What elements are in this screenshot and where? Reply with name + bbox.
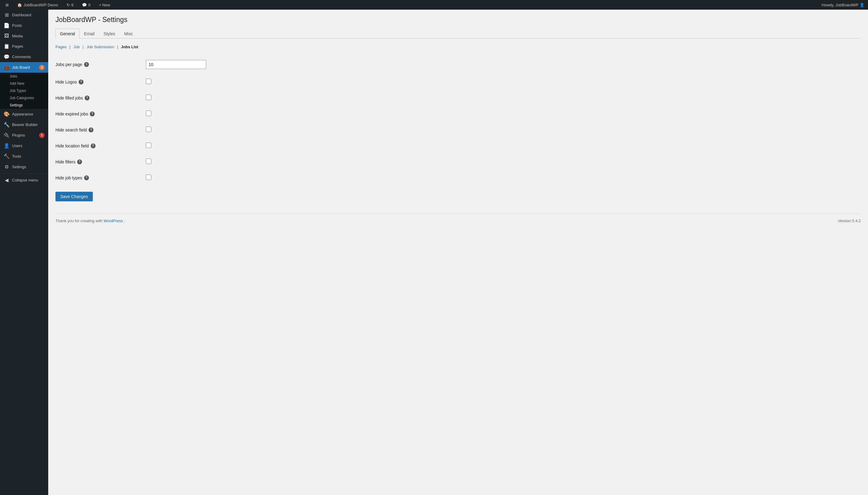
label-jobs-per-page: Jobs per page ? — [55, 62, 146, 67]
sidebar-item-tools[interactable]: 🔨 Tools — [0, 151, 48, 161]
plugins-icon: 🔌 — [4, 132, 10, 138]
help-jobs-per-page[interactable]: ? — [84, 62, 89, 67]
beaver-builder-icon: 🔧 — [4, 122, 10, 127]
page-title: JobBoardWP - Settings — [55, 16, 861, 24]
adminbar-updates[interactable]: ↻ 6 — [65, 0, 75, 10]
job-board-badge: 3 — [39, 65, 45, 70]
sidebar-item-plugins[interactable]: 🔌 Plugins 1 — [0, 130, 48, 140]
job-board-submenu: Jobs Add New Job Types Job Categories Se… — [0, 73, 48, 109]
admin-sidebar: ⊞ Dashboard 📄 Posts 🖼 Media 📋 Pages 💬 Co… — [0, 10, 48, 495]
sidebar-item-posts[interactable]: 📄 Posts — [0, 20, 48, 31]
posts-icon: 📄 — [4, 23, 10, 28]
form-row-hide-filters: Hide filters ? — [55, 154, 861, 170]
hide-logos-checkbox[interactable] — [146, 79, 151, 84]
breadcrumb-job-submission[interactable]: Job Submission — [87, 45, 114, 49]
submenu-jobs[interactable]: Jobs — [0, 73, 48, 80]
page-footer: Thank you for creating with WordPress . … — [55, 214, 861, 223]
breadcrumb-current: Jobs List — [121, 45, 138, 49]
sidebar-item-pages[interactable]: 📋 Pages — [0, 41, 48, 52]
control-hide-location-field — [146, 142, 861, 149]
breadcrumb-pages[interactable]: Pages — [55, 45, 67, 49]
admin-bar: ⊞ 🏠 JobBoardWP Demo ↻ 6 💬 0 + New Howdy,… — [0, 0, 868, 10]
form-row-hide-location-field: Hide location field ? — [55, 138, 861, 154]
label-hide-expired-jobs: Hide expired jobs ? — [55, 112, 146, 116]
label-hide-search-field: Hide search field ? — [55, 127, 146, 132]
home-icon: 🏠 — [17, 3, 22, 7]
comments-icon: 💬 — [82, 3, 87, 7]
form-row-hide-search-field: Hide search field ? — [55, 122, 861, 138]
comments-sidebar-icon: 💬 — [4, 54, 10, 60]
control-hide-expired-jobs — [146, 110, 861, 117]
sidebar-item-beaver-builder[interactable]: 🔧 Beaver Builder — [0, 119, 48, 130]
breadcrumb-job[interactable]: Job — [73, 45, 80, 49]
adminbar-site-name[interactable]: 🏠 JobBoardWP Demo — [15, 0, 60, 10]
settings-icon: ⚙ — [4, 164, 10, 170]
form-row-hide-job-types: Hide job types ? — [55, 170, 861, 186]
sidebar-item-media[interactable]: 🖼 Media — [0, 31, 48, 41]
help-hide-search-field[interactable]: ? — [89, 127, 93, 132]
submenu-job-types[interactable]: Job Types — [0, 87, 48, 95]
hide-location-field-checkbox[interactable] — [146, 142, 151, 148]
help-hide-location-field[interactable]: ? — [91, 143, 96, 148]
adminbar-new[interactable]: + New — [97, 0, 112, 10]
control-hide-logos — [146, 79, 861, 85]
adminbar-wp-logo[interactable]: ⊞ — [4, 0, 11, 10]
form-row-jobs-per-page: Jobs per page ? — [55, 55, 861, 74]
control-hide-search-field — [146, 126, 861, 133]
sidebar-item-settings[interactable]: ⚙ Settings — [0, 161, 48, 172]
collapse-icon: ◀ — [4, 177, 10, 183]
sidebar-item-users[interactable]: 👤 Users — [0, 140, 48, 151]
hide-filled-jobs-checkbox[interactable] — [146, 95, 151, 100]
form-row-hide-logos: Hide Logos ? — [55, 74, 861, 90]
help-hide-filters[interactable]: ? — [77, 159, 82, 164]
label-hide-logos: Hide Logos ? — [55, 80, 146, 84]
tab-misc[interactable]: Misc — [120, 29, 137, 39]
users-icon: 👤 — [4, 143, 10, 149]
adminbar-comments[interactable]: 💬 0 — [80, 0, 92, 10]
footer-version: Version 5.4.2 — [838, 219, 861, 223]
collapse-menu[interactable]: ◀ Collapse menu — [0, 175, 48, 185]
user-avatar: 👤 — [860, 3, 864, 7]
hide-filters-checkbox[interactable] — [146, 158, 151, 164]
footer-wordpress-link[interactable]: WordPress — [104, 219, 123, 223]
settings-tabs: General Email Styles Misc — [55, 29, 861, 39]
help-hide-expired-jobs[interactable]: ? — [90, 112, 94, 116]
hide-job-types-checkbox[interactable] — [146, 174, 151, 180]
tab-email[interactable]: Email — [80, 29, 99, 39]
help-hide-filled-jobs[interactable]: ? — [85, 96, 89, 100]
media-icon: 🖼 — [4, 33, 10, 39]
control-jobs-per-page — [146, 60, 861, 69]
submenu-settings[interactable]: Settings — [0, 102, 48, 109]
submenu-job-categories[interactable]: Job Categories — [0, 95, 48, 102]
appearance-icon: 🎨 — [4, 111, 10, 117]
sidebar-item-appearance[interactable]: 🎨 Appearance — [0, 109, 48, 119]
sidebar-item-comments[interactable]: 💬 Comments — [0, 52, 48, 62]
help-hide-logos[interactable]: ? — [79, 80, 84, 84]
hide-expired-jobs-checkbox[interactable] — [146, 110, 151, 116]
tab-general[interactable]: General — [55, 29, 80, 39]
sidebar-item-job-board[interactable]: 💼 Job Board 3 — [0, 62, 48, 73]
submenu-add-new[interactable]: Add New — [0, 80, 48, 87]
dashboard-icon: ⊞ — [4, 12, 10, 18]
label-hide-location-field: Hide location field ? — [55, 143, 146, 148]
jobs-per-page-input[interactable] — [146, 60, 206, 69]
help-hide-job-types[interactable]: ? — [84, 175, 89, 180]
form-row-hide-expired-jobs: Hide expired jobs ? — [55, 106, 861, 122]
sidebar-item-dashboard[interactable]: ⊞ Dashboard — [0, 10, 48, 20]
updates-icon: ↻ — [67, 3, 70, 7]
control-hide-filters — [146, 158, 861, 165]
pages-icon: 📋 — [4, 44, 10, 49]
label-hide-filters: Hide filters ? — [55, 159, 146, 164]
save-button-wrapper: Save Changes — [55, 186, 861, 201]
adminbar-howdy: Howdy, JobBoardWP 👤 — [821, 3, 864, 7]
job-board-icon: 💼 — [4, 65, 10, 70]
form-row-hide-filled-jobs: Hide filled jobs ? — [55, 90, 861, 106]
wp-logo-icon: ⊞ — [5, 3, 9, 7]
save-button[interactable]: Save Changes — [55, 192, 93, 201]
tab-styles[interactable]: Styles — [99, 29, 120, 39]
breadcrumb: Pages | Job | Job Submission | Jobs List — [55, 45, 861, 49]
label-hide-job-types: Hide job types ? — [55, 175, 146, 180]
hide-search-field-checkbox[interactable] — [146, 126, 151, 132]
tools-icon: 🔨 — [4, 153, 10, 159]
settings-form: Jobs per page ? Hide Logos ? — [55, 55, 861, 201]
